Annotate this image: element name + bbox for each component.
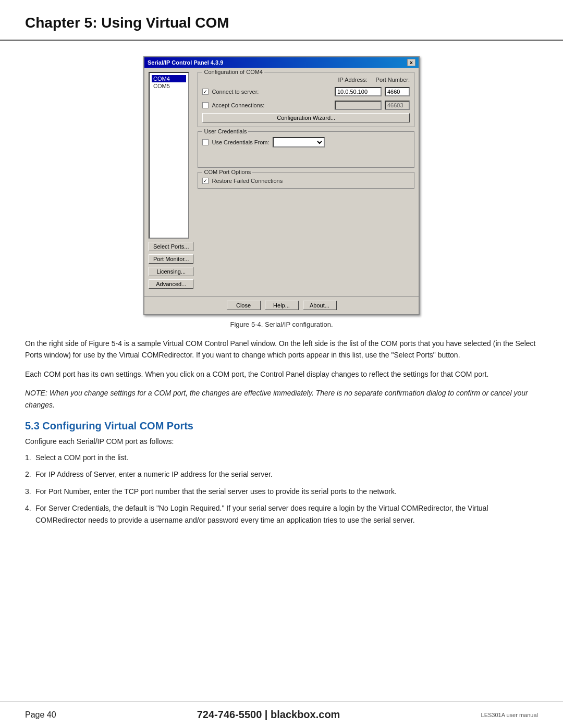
config-panel: Configuration of COM4 IP Address: Port N…: [198, 72, 414, 292]
advanced-button[interactable]: Advanced...: [149, 279, 193, 289]
list-item: 2. For IP Address of Server, enter a num…: [25, 468, 538, 480]
connect-to-server-row: Connect to server:: [202, 87, 410, 96]
left-section: COM4 COM5 Select Ports... Port Monitor..…: [149, 72, 193, 292]
accept-connections-label: Accept Connections:: [212, 102, 264, 108]
list-item: 3. For Port Number, enter the TCP port n…: [25, 486, 538, 497]
dialog-title: Serial/IP Control Panel 4.3.9: [148, 59, 223, 66]
page-footer: Page 40 724-746-5500 | blackbox.com LES3…: [0, 701, 563, 728]
close-button[interactable]: Close: [227, 301, 261, 310]
use-credentials-row: Use Credentials From:: [202, 137, 410, 147]
config-wizard-button[interactable]: Configuration Wizard...: [202, 113, 410, 122]
user-credentials-label: User Credentials: [202, 128, 248, 134]
figure-caption: Figure 5-4. Serial/IP configuration.: [25, 320, 538, 328]
list-item: 1. Select a COM port in the list.: [25, 452, 538, 463]
left-buttons: Select Ports... Port Monitor... Licensin…: [149, 239, 193, 292]
user-credentials-group: User Credentials Use Credentials From:: [198, 131, 414, 168]
port-monitor-button[interactable]: Port Monitor...: [149, 254, 193, 264]
ip-address-input[interactable]: [335, 87, 382, 96]
config-group: Configuration of COM4 IP Address: Port N…: [198, 72, 414, 127]
step-num-2: 2.: [25, 468, 31, 480]
licensing-button[interactable]: Licensing...: [149, 267, 193, 276]
accept-connections-row: Accept Connections:: [202, 101, 410, 110]
accept-port-input: [385, 101, 410, 110]
ip-address-col-header: IP Address:: [338, 77, 368, 83]
select-ports-button[interactable]: Select Ports...: [149, 242, 193, 251]
step-num-3: 3.: [25, 486, 31, 497]
step-text-4: For Server Credentials, the default is "…: [35, 504, 488, 524]
section-53-heading: 5.3 Configuring Virtual COM Ports: [25, 420, 538, 432]
footer-model: LES301A user manual: [481, 712, 538, 718]
dialog-titlebar: Serial/IP Control Panel 4.3.9 ×: [144, 57, 419, 68]
list-item: 4. For Server Credentials, the default i…: [25, 502, 538, 526]
column-headers: IP Address: Port Number:: [202, 77, 410, 83]
main-content: Serial/IP Control Panel 4.3.9 × COM4 COM…: [0, 56, 563, 526]
step-num-1: 1.: [25, 452, 31, 463]
win-dialog: Serial/IP Control Panel 4.3.9 × COM4 COM…: [143, 56, 420, 315]
page-header: Chapter 5: Using Virtual COM: [0, 0, 563, 41]
com-port-options-label: COM Port Options: [202, 169, 252, 175]
port-number-input[interactable]: [385, 87, 410, 96]
about-button[interactable]: About...: [303, 301, 337, 310]
accept-connections-checkbox[interactable]: [202, 102, 209, 108]
help-button[interactable]: Help...: [265, 301, 299, 310]
com-port-item-com4[interactable]: COM4: [152, 75, 186, 82]
dialog-body: COM4 COM5 Select Ports... Port Monitor..…: [144, 68, 419, 296]
chapter-title: Chapter 5: Using Virtual COM: [25, 15, 538, 31]
step-num-4: 4.: [25, 502, 31, 514]
use-credentials-label: Use Credentials From:: [212, 139, 269, 145]
note-text: NOTE: When you change settings for a COM…: [25, 387, 538, 411]
restore-failed-row: Restore Failed Connections: [202, 178, 410, 184]
com-port-options-group: COM Port Options Restore Failed Connecti…: [198, 172, 414, 189]
use-credentials-checkbox[interactable]: [202, 139, 209, 145]
com-port-list: COM4 COM5: [149, 72, 189, 239]
credentials-dropdown[interactable]: [273, 137, 325, 147]
credentials-content: Use Credentials From:: [202, 137, 410, 163]
step-text-1: Select a COM port in the list.: [35, 453, 128, 462]
dialog-container: Serial/IP Control Panel 4.3.9 × COM4 COM…: [25, 56, 538, 315]
step-text-2: For IP Address of Server, enter a numeri…: [35, 470, 273, 478]
dialog-footer: Close Help... About...: [144, 296, 419, 314]
footer-phone: 724-746-5500 | blackbox.com: [197, 709, 340, 721]
connect-to-server-label: Connect to server:: [212, 89, 259, 95]
accept-ip-input: [335, 101, 382, 110]
com-options-content: Restore Failed Connections: [202, 178, 410, 184]
dialog-close-button[interactable]: ×: [407, 59, 415, 66]
step-text-3: For Port Number, enter the TCP port numb…: [35, 487, 397, 496]
section-53-intro: Configure each Serial/IP COM port as fol…: [25, 437, 538, 446]
body-paragraph-1: On the right side of Figure 5-4 is a sam…: [25, 338, 538, 361]
steps-list: 1. Select a COM port in the list. 2. For…: [25, 452, 538, 526]
page-number: Page 40: [25, 710, 56, 720]
restore-failed-checkbox[interactable]: [202, 178, 209, 184]
body-paragraph-2: Each COM port has its own settings. When…: [25, 368, 538, 380]
config-group-label: Configuration of COM4: [202, 69, 264, 75]
connect-to-server-checkbox[interactable]: [202, 89, 209, 95]
com-port-item-com5[interactable]: COM5: [152, 82, 186, 90]
port-number-col-header: Port Number:: [376, 77, 410, 83]
restore-failed-label: Restore Failed Connections: [212, 178, 283, 184]
